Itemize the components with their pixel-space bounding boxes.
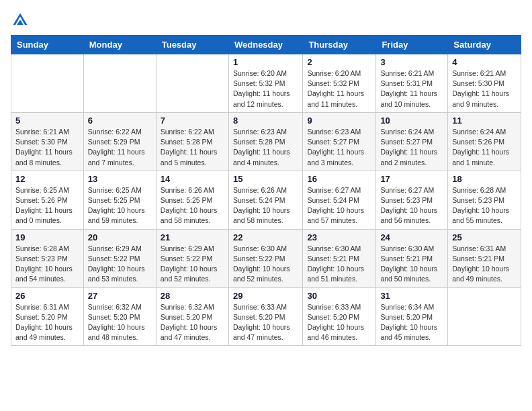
- day-number: 19: [15, 232, 79, 242]
- calendar-cell: 11Sunrise: 6:24 AM Sunset: 5:26 PM Dayli…: [448, 112, 521, 171]
- day-number: 5: [15, 116, 79, 126]
- calendar-cell: 29Sunrise: 6:33 AM Sunset: 5:20 PM Dayli…: [228, 287, 302, 346]
- weekday-header-wednesday: Wednesday: [228, 36, 302, 54]
- calendar-header-row: SundayMondayTuesdayWednesdayThursdayFrid…: [11, 36, 521, 54]
- logo-icon: [11, 11, 30, 30]
- calendar-cell: 8Sunrise: 6:23 AM Sunset: 5:28 PM Daylig…: [228, 112, 302, 171]
- day-number: 21: [161, 232, 224, 242]
- day-info: Sunrise: 6:32 AM Sunset: 5:20 PM Dayligh…: [88, 302, 152, 343]
- calendar-week-5: 26Sunrise: 6:31 AM Sunset: 5:20 PM Dayli…: [11, 287, 521, 346]
- day-number: 15: [233, 174, 298, 184]
- day-number: 28: [161, 291, 224, 301]
- day-number: 25: [452, 232, 517, 242]
- calendar-cell: 16Sunrise: 6:27 AM Sunset: 5:24 PM Dayli…: [303, 171, 376, 229]
- weekday-header-sunday: Sunday: [11, 36, 84, 54]
- calendar-cell: 24Sunrise: 6:30 AM Sunset: 5:21 PM Dayli…: [376, 229, 448, 287]
- day-info: Sunrise: 6:34 AM Sunset: 5:20 PM Dayligh…: [380, 302, 443, 343]
- calendar-cell: 23Sunrise: 6:30 AM Sunset: 5:21 PM Dayli…: [303, 229, 376, 287]
- day-info: Sunrise: 6:26 AM Sunset: 5:25 PM Dayligh…: [161, 185, 224, 226]
- day-info: Sunrise: 6:27 AM Sunset: 5:23 PM Dayligh…: [380, 185, 443, 226]
- day-info: Sunrise: 6:33 AM Sunset: 5:20 PM Dayligh…: [233, 302, 298, 343]
- day-number: 7: [161, 116, 224, 126]
- calendar-cell: 22Sunrise: 6:30 AM Sunset: 5:22 PM Dayli…: [228, 229, 302, 287]
- day-number: 13: [88, 174, 152, 184]
- calendar-cell: 20Sunrise: 6:29 AM Sunset: 5:22 PM Dayli…: [83, 229, 156, 287]
- day-info: Sunrise: 6:21 AM Sunset: 5:30 PM Dayligh…: [15, 127, 79, 168]
- calendar-cell: 7Sunrise: 6:22 AM Sunset: 5:28 PM Daylig…: [156, 112, 228, 171]
- calendar-week-4: 19Sunrise: 6:28 AM Sunset: 5:23 PM Dayli…: [11, 229, 521, 287]
- day-number: 14: [161, 174, 224, 184]
- day-number: 2: [307, 57, 371, 67]
- calendar-cell: 19Sunrise: 6:28 AM Sunset: 5:23 PM Dayli…: [11, 229, 84, 287]
- calendar-cell: [156, 54, 228, 113]
- calendar-cell: [448, 287, 521, 346]
- day-number: 8: [233, 116, 298, 126]
- day-number: 9: [307, 116, 371, 126]
- day-info: Sunrise: 6:33 AM Sunset: 5:20 PM Dayligh…: [307, 302, 371, 343]
- day-number: 20: [88, 232, 152, 242]
- calendar-cell: 12Sunrise: 6:25 AM Sunset: 5:26 PM Dayli…: [11, 171, 84, 229]
- day-number: 29: [233, 291, 298, 301]
- day-number: 23: [307, 232, 371, 242]
- weekday-header-saturday: Saturday: [448, 36, 521, 54]
- day-number: 22: [233, 232, 298, 242]
- calendar-cell: 21Sunrise: 6:29 AM Sunset: 5:22 PM Dayli…: [156, 229, 228, 287]
- day-number: 4: [452, 57, 517, 67]
- day-info: Sunrise: 6:30 AM Sunset: 5:22 PM Dayligh…: [233, 244, 298, 285]
- calendar-cell: 26Sunrise: 6:31 AM Sunset: 5:20 PM Dayli…: [11, 287, 84, 346]
- page-header: [11, 11, 521, 30]
- day-number: 24: [380, 232, 443, 242]
- day-info: Sunrise: 6:20 AM Sunset: 5:32 PM Dayligh…: [233, 68, 298, 109]
- day-number: 1: [233, 57, 298, 67]
- day-info: Sunrise: 6:25 AM Sunset: 5:25 PM Dayligh…: [88, 185, 152, 226]
- calendar-cell: 5Sunrise: 6:21 AM Sunset: 5:30 PM Daylig…: [11, 112, 84, 171]
- day-info: Sunrise: 6:28 AM Sunset: 5:23 PM Dayligh…: [15, 244, 79, 285]
- day-info: Sunrise: 6:30 AM Sunset: 5:21 PM Dayligh…: [307, 244, 371, 285]
- day-info: Sunrise: 6:21 AM Sunset: 5:30 PM Dayligh…: [452, 68, 517, 109]
- day-info: Sunrise: 6:31 AM Sunset: 5:21 PM Dayligh…: [452, 244, 517, 285]
- day-number: 26: [15, 291, 79, 301]
- day-info: Sunrise: 6:20 AM Sunset: 5:32 PM Dayligh…: [307, 68, 371, 109]
- day-info: Sunrise: 6:31 AM Sunset: 5:20 PM Dayligh…: [15, 302, 79, 343]
- day-number: 30: [307, 291, 371, 301]
- day-info: Sunrise: 6:29 AM Sunset: 5:22 PM Dayligh…: [88, 244, 152, 285]
- day-info: Sunrise: 6:22 AM Sunset: 5:29 PM Dayligh…: [88, 127, 152, 168]
- calendar-cell: 13Sunrise: 6:25 AM Sunset: 5:25 PM Dayli…: [83, 171, 156, 229]
- day-number: 11: [452, 116, 517, 126]
- calendar-cell: 2Sunrise: 6:20 AM Sunset: 5:32 PM Daylig…: [303, 54, 376, 113]
- day-info: Sunrise: 6:24 AM Sunset: 5:26 PM Dayligh…: [452, 127, 517, 168]
- day-number: 17: [380, 174, 443, 184]
- day-info: Sunrise: 6:28 AM Sunset: 5:23 PM Dayligh…: [452, 185, 517, 226]
- calendar-cell: 4Sunrise: 6:21 AM Sunset: 5:30 PM Daylig…: [448, 54, 521, 113]
- calendar-cell: [11, 54, 84, 113]
- calendar-cell: 25Sunrise: 6:31 AM Sunset: 5:21 PM Dayli…: [448, 229, 521, 287]
- calendar-week-1: 1Sunrise: 6:20 AM Sunset: 5:32 PM Daylig…: [11, 54, 521, 113]
- day-info: Sunrise: 6:26 AM Sunset: 5:24 PM Dayligh…: [233, 185, 298, 226]
- day-number: 10: [380, 116, 443, 126]
- day-info: Sunrise: 6:23 AM Sunset: 5:27 PM Dayligh…: [307, 127, 371, 168]
- day-info: Sunrise: 6:29 AM Sunset: 5:22 PM Dayligh…: [161, 244, 224, 285]
- day-info: Sunrise: 6:21 AM Sunset: 5:31 PM Dayligh…: [380, 68, 443, 109]
- day-number: 3: [380, 57, 443, 67]
- calendar-cell: 18Sunrise: 6:28 AM Sunset: 5:23 PM Dayli…: [448, 171, 521, 229]
- calendar-week-3: 12Sunrise: 6:25 AM Sunset: 5:26 PM Dayli…: [11, 171, 521, 229]
- calendar-cell: 30Sunrise: 6:33 AM Sunset: 5:20 PM Dayli…: [303, 287, 376, 346]
- calendar-cell: 27Sunrise: 6:32 AM Sunset: 5:20 PM Dayli…: [83, 287, 156, 346]
- logo: [11, 11, 32, 30]
- calendar-cell: 9Sunrise: 6:23 AM Sunset: 5:27 PM Daylig…: [303, 112, 376, 171]
- calendar-cell: 15Sunrise: 6:26 AM Sunset: 5:24 PM Dayli…: [228, 171, 302, 229]
- weekday-header-tuesday: Tuesday: [156, 36, 228, 54]
- day-number: 6: [88, 116, 152, 126]
- day-info: Sunrise: 6:27 AM Sunset: 5:24 PM Dayligh…: [307, 185, 371, 226]
- day-number: 27: [88, 291, 152, 301]
- day-info: Sunrise: 6:22 AM Sunset: 5:28 PM Dayligh…: [161, 127, 224, 168]
- calendar-cell: 3Sunrise: 6:21 AM Sunset: 5:31 PM Daylig…: [376, 54, 448, 113]
- day-number: 16: [307, 174, 371, 184]
- weekday-header-thursday: Thursday: [303, 36, 376, 54]
- calendar-cell: 28Sunrise: 6:32 AM Sunset: 5:20 PM Dayli…: [156, 287, 228, 346]
- day-info: Sunrise: 6:23 AM Sunset: 5:28 PM Dayligh…: [233, 127, 298, 168]
- calendar-cell: 14Sunrise: 6:26 AM Sunset: 5:25 PM Dayli…: [156, 171, 228, 229]
- day-info: Sunrise: 6:30 AM Sunset: 5:21 PM Dayligh…: [380, 244, 443, 285]
- day-info: Sunrise: 6:32 AM Sunset: 5:20 PM Dayligh…: [161, 302, 224, 343]
- weekday-header-monday: Monday: [83, 36, 156, 54]
